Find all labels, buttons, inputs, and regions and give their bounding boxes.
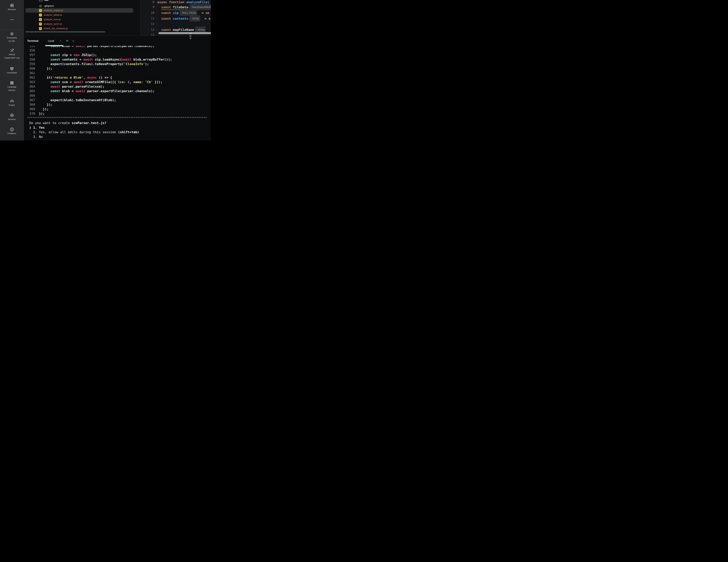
prompt-separator [28,117,207,118]
terminal-code-line: 370 }); [29,111,211,116]
sidebar-item-structure[interactable]: Structure [0,3,24,11]
sidebar-item-profiler[interactable]: Profiler [0,99,24,107]
new-terminal-button[interactable]: + [65,36,69,46]
server-stack-icon [0,81,24,85]
terminal-panel: Terminal Local × + 355 const blob = awai… [24,36,211,140]
sidebar-item-label: Copilot MCP Log [0,56,24,60]
pane-resize-handle-icon[interactable] [189,33,192,40]
agent-prompt: Do you want to create scmParser.test.js?… [29,121,139,139]
sidebar-item-label: Structure [0,8,24,11]
chevron-down-icon[interactable] [72,40,75,43]
code-text: const zip: this | JSZip = ne [157,10,209,16]
terminal-line-number: 365 [29,89,39,93]
token: await [76,89,87,93]
terminal-code-line: 368 }); [29,102,211,107]
token [126,80,128,84]
token: async function [157,0,186,4]
editor-line: 10 const zip: this | JSZip = ne [140,10,211,16]
terminal-code-line: 357 const zip = new JSZip(); [29,53,211,57]
token: parser.parseFile(scm); [62,85,104,88]
token: , [83,76,87,79]
token: const [161,17,173,20]
prompt-option-1[interactable]: ❯ 1. Yes [29,125,139,130]
tree-item-analyze-scm7-js[interactable]: JSanalyze_scm7.js [25,22,133,26]
terminal-code-line: 365 const blob = await parser.exportFile… [29,89,211,93]
terminal-code-line: 358 const contents = await zip.loadAsync… [29,57,211,62]
line-number: 13 [140,27,154,32]
token: blob.arrayBuffer()); [133,58,172,61]
js-file-icon: JS [39,18,42,21]
code-text: const contents: JSZip = a [157,16,210,22]
terminal-code-line: 356 [29,48,211,53]
token: , [130,80,134,84]
clipped-file-icon [39,0,43,1]
line-number: 14 [140,32,154,36]
terminal-code-line: 369 }); [29,107,211,111]
prompt-text: 2. Yes, allow all edits during this sess… [29,130,118,134]
prompt-text [31,126,33,129]
token: await [51,85,62,88]
terminal-panel-title[interactable]: Terminal [27,36,38,46]
prompt-option-3[interactable]: 3. No [29,134,139,139]
tree-item-analyze-export-js[interactable]: JSanalyze_export.js [25,8,133,13]
sidebar-item-services[interactable]: Services [0,113,24,121]
token: const [161,11,173,15]
js-file-icon: JS [39,14,42,16]
tab-local[interactable]: Local × [45,36,63,46]
terminal-code-line: 362 it('returns a Blob', async () => { [29,75,211,80]
terminal-line-number: 370 [29,112,39,115]
token: = [198,11,205,15]
editor-line: 11 const contents: JSZip = a [140,16,211,21]
prompt-text: Do you want to create [29,121,72,125]
gauge-icon [0,99,24,103]
token: ne [205,11,209,15]
terminal-code-line: 363 const scm = await createSCMFile([{ l… [29,80,211,84]
terminal-line-number: 369 [29,107,39,111]
token: zip = [62,53,74,57]
inlay-hint: : NonSharedBuff [189,4,211,10]
ide-screen: StructureSonarQubefor IDEGitHubCopilot M… [0,0,211,140]
tree-horizontal-scrollbar[interactable] [25,31,105,32]
sidebar-item-label: SonarQube [0,36,24,39]
sidebar-item-problems[interactable]: Problems [0,127,24,135]
inlay-hint: : string [195,26,206,33]
shield-icon [0,67,24,71]
token: expect(contents.files).toHaveProperty( [51,62,124,66]
line-number: 12 [140,21,154,27]
tree-item-analyze-scm-js[interactable]: JSanalyze_scm.js [25,17,133,22]
sidebar-item-language-servers[interactable]: LanguageServers [0,81,24,92]
token: await [74,80,85,84]
file-name: .gitignore [44,5,54,7]
tree-item-analyze-latest-js[interactable]: JSanalyze_latest.js [25,13,133,17]
prompt-text-bold: scmParser.test.js? [72,121,106,125]
hexagon-play-icon [0,113,24,118]
tab-local-label: Local [48,36,54,46]
terminal-code-line: 367 expect(blob).toBeInstanceOf(Blob); [29,98,211,102]
terminal-line-number: 364 [29,85,39,88]
sidebar-item-label: for IDE [0,39,24,43]
token: const [51,58,62,61]
tree-item--gitignore[interactable]: .gitignore [25,4,133,8]
ignored-file-icon [39,5,42,7]
editor-horizontal-scrollbar[interactable] [158,32,211,34]
tools-icon [0,48,24,53]
terminal-line-number: 363 [29,80,39,84]
token: it( [47,76,52,79]
editor-line: 13 const mapFileName: string [140,27,211,32]
sidebar-item-sonarqube[interactable]: SonarQubefor IDE [0,31,24,43]
sidebar-item-more[interactable] [0,17,24,22]
prompt-option-2[interactable]: 2. Yes, allow all edits during this sess… [29,130,139,134]
sidebar-item-github-copilot-mcp-log[interactable]: GitHubCopilot MCP Log [0,48,24,60]
tree-item-check-zip-contents-js[interactable]: JScheck_zip_contents.js [25,26,133,31]
terminal-code-line: 361 [29,71,211,75]
token: name: [133,80,143,84]
sidebar-item-checkstyle[interactable]: CheckStyle [0,67,24,74]
active-tab-underline [45,45,63,46]
terminal-code-line: 359 expect(contents.files).toHavePropert… [29,62,211,66]
terminal-code-line: 366 [29,93,211,98]
sidebar-item-label: Problems [0,132,24,135]
token: const [51,80,62,84]
token: new [74,53,81,57]
close-tab-icon[interactable]: × [60,36,61,46]
token: mapFileName [173,28,194,32]
